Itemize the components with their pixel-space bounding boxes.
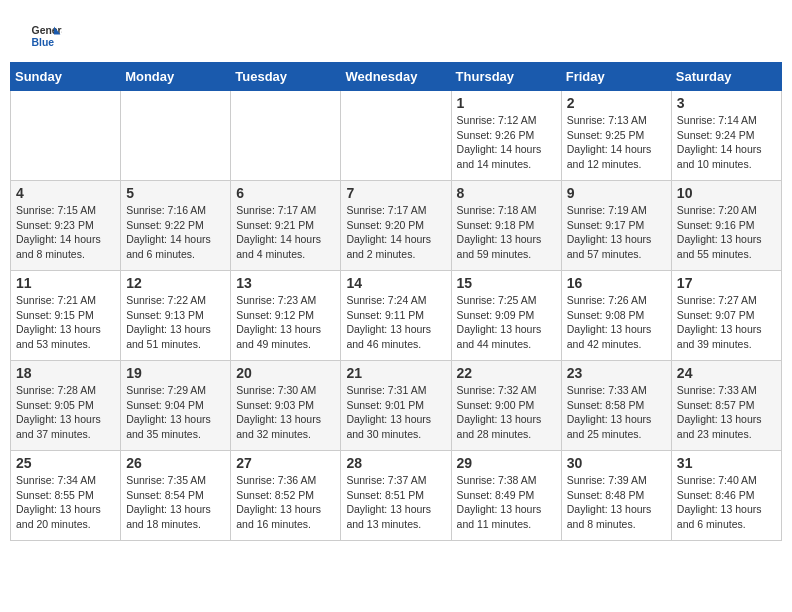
calendar-week-4: 25Sunrise: 7:34 AM Sunset: 8:55 PM Dayli… bbox=[11, 451, 782, 541]
day-number: 8 bbox=[457, 185, 556, 201]
calendar: SundayMondayTuesdayWednesdayThursdayFrid… bbox=[10, 62, 782, 541]
calendar-day-5: 5Sunrise: 7:16 AM Sunset: 9:22 PM Daylig… bbox=[121, 181, 231, 271]
day-info: Sunrise: 7:15 AM Sunset: 9:23 PM Dayligh… bbox=[16, 203, 115, 262]
calendar-day-17: 17Sunrise: 7:27 AM Sunset: 9:07 PM Dayli… bbox=[671, 271, 781, 361]
day-number: 1 bbox=[457, 95, 556, 111]
day-number: 12 bbox=[126, 275, 225, 291]
calendar-empty bbox=[341, 91, 451, 181]
calendar-day-13: 13Sunrise: 7:23 AM Sunset: 9:12 PM Dayli… bbox=[231, 271, 341, 361]
day-number: 9 bbox=[567, 185, 666, 201]
day-info: Sunrise: 7:22 AM Sunset: 9:13 PM Dayligh… bbox=[126, 293, 225, 352]
calendar-day-2: 2Sunrise: 7:13 AM Sunset: 9:25 PM Daylig… bbox=[561, 91, 671, 181]
day-number: 28 bbox=[346, 455, 445, 471]
day-number: 20 bbox=[236, 365, 335, 381]
calendar-day-22: 22Sunrise: 7:32 AM Sunset: 9:00 PM Dayli… bbox=[451, 361, 561, 451]
day-number: 16 bbox=[567, 275, 666, 291]
day-info: Sunrise: 7:23 AM Sunset: 9:12 PM Dayligh… bbox=[236, 293, 335, 352]
header-friday: Friday bbox=[561, 63, 671, 91]
calendar-day-12: 12Sunrise: 7:22 AM Sunset: 9:13 PM Dayli… bbox=[121, 271, 231, 361]
calendar-day-20: 20Sunrise: 7:30 AM Sunset: 9:03 PM Dayli… bbox=[231, 361, 341, 451]
day-info: Sunrise: 7:19 AM Sunset: 9:17 PM Dayligh… bbox=[567, 203, 666, 262]
calendar-week-2: 11Sunrise: 7:21 AM Sunset: 9:15 PM Dayli… bbox=[11, 271, 782, 361]
day-number: 7 bbox=[346, 185, 445, 201]
day-info: Sunrise: 7:24 AM Sunset: 9:11 PM Dayligh… bbox=[346, 293, 445, 352]
calendar-day-6: 6Sunrise: 7:17 AM Sunset: 9:21 PM Daylig… bbox=[231, 181, 341, 271]
day-number: 21 bbox=[346, 365, 445, 381]
day-info: Sunrise: 7:39 AM Sunset: 8:48 PM Dayligh… bbox=[567, 473, 666, 532]
day-number: 27 bbox=[236, 455, 335, 471]
day-number: 10 bbox=[677, 185, 776, 201]
day-info: Sunrise: 7:36 AM Sunset: 8:52 PM Dayligh… bbox=[236, 473, 335, 532]
page-header: General Blue bbox=[0, 0, 792, 62]
day-number: 26 bbox=[126, 455, 225, 471]
day-info: Sunrise: 7:30 AM Sunset: 9:03 PM Dayligh… bbox=[236, 383, 335, 442]
day-info: Sunrise: 7:25 AM Sunset: 9:09 PM Dayligh… bbox=[457, 293, 556, 352]
calendar-empty bbox=[11, 91, 121, 181]
day-number: 11 bbox=[16, 275, 115, 291]
day-number: 2 bbox=[567, 95, 666, 111]
calendar-week-3: 18Sunrise: 7:28 AM Sunset: 9:05 PM Dayli… bbox=[11, 361, 782, 451]
day-number: 19 bbox=[126, 365, 225, 381]
calendar-empty bbox=[121, 91, 231, 181]
day-number: 25 bbox=[16, 455, 115, 471]
calendar-day-10: 10Sunrise: 7:20 AM Sunset: 9:16 PM Dayli… bbox=[671, 181, 781, 271]
calendar-day-8: 8Sunrise: 7:18 AM Sunset: 9:18 PM Daylig… bbox=[451, 181, 561, 271]
calendar-day-4: 4Sunrise: 7:15 AM Sunset: 9:23 PM Daylig… bbox=[11, 181, 121, 271]
calendar-day-27: 27Sunrise: 7:36 AM Sunset: 8:52 PM Dayli… bbox=[231, 451, 341, 541]
header-tuesday: Tuesday bbox=[231, 63, 341, 91]
day-number: 17 bbox=[677, 275, 776, 291]
svg-text:Blue: Blue bbox=[32, 37, 55, 48]
header-saturday: Saturday bbox=[671, 63, 781, 91]
day-info: Sunrise: 7:35 AM Sunset: 8:54 PM Dayligh… bbox=[126, 473, 225, 532]
day-info: Sunrise: 7:17 AM Sunset: 9:20 PM Dayligh… bbox=[346, 203, 445, 262]
day-info: Sunrise: 7:33 AM Sunset: 8:58 PM Dayligh… bbox=[567, 383, 666, 442]
calendar-day-9: 9Sunrise: 7:19 AM Sunset: 9:17 PM Daylig… bbox=[561, 181, 671, 271]
calendar-day-11: 11Sunrise: 7:21 AM Sunset: 9:15 PM Dayli… bbox=[11, 271, 121, 361]
day-number: 4 bbox=[16, 185, 115, 201]
day-info: Sunrise: 7:12 AM Sunset: 9:26 PM Dayligh… bbox=[457, 113, 556, 172]
day-number: 6 bbox=[236, 185, 335, 201]
day-number: 5 bbox=[126, 185, 225, 201]
calendar-day-18: 18Sunrise: 7:28 AM Sunset: 9:05 PM Dayli… bbox=[11, 361, 121, 451]
calendar-day-7: 7Sunrise: 7:17 AM Sunset: 9:20 PM Daylig… bbox=[341, 181, 451, 271]
calendar-day-29: 29Sunrise: 7:38 AM Sunset: 8:49 PM Dayli… bbox=[451, 451, 561, 541]
day-info: Sunrise: 7:32 AM Sunset: 9:00 PM Dayligh… bbox=[457, 383, 556, 442]
day-info: Sunrise: 7:21 AM Sunset: 9:15 PM Dayligh… bbox=[16, 293, 115, 352]
calendar-empty bbox=[231, 91, 341, 181]
day-info: Sunrise: 7:16 AM Sunset: 9:22 PM Dayligh… bbox=[126, 203, 225, 262]
day-info: Sunrise: 7:38 AM Sunset: 8:49 PM Dayligh… bbox=[457, 473, 556, 532]
day-info: Sunrise: 7:20 AM Sunset: 9:16 PM Dayligh… bbox=[677, 203, 776, 262]
day-number: 29 bbox=[457, 455, 556, 471]
calendar-day-1: 1Sunrise: 7:12 AM Sunset: 9:26 PM Daylig… bbox=[451, 91, 561, 181]
day-info: Sunrise: 7:26 AM Sunset: 9:08 PM Dayligh… bbox=[567, 293, 666, 352]
header-sunday: Sunday bbox=[11, 63, 121, 91]
calendar-day-16: 16Sunrise: 7:26 AM Sunset: 9:08 PM Dayli… bbox=[561, 271, 671, 361]
day-number: 15 bbox=[457, 275, 556, 291]
day-info: Sunrise: 7:27 AM Sunset: 9:07 PM Dayligh… bbox=[677, 293, 776, 352]
calendar-day-24: 24Sunrise: 7:33 AM Sunset: 8:57 PM Dayli… bbox=[671, 361, 781, 451]
logo-icon: General Blue bbox=[30, 20, 62, 52]
day-info: Sunrise: 7:34 AM Sunset: 8:55 PM Dayligh… bbox=[16, 473, 115, 532]
day-number: 14 bbox=[346, 275, 445, 291]
day-number: 13 bbox=[236, 275, 335, 291]
calendar-day-26: 26Sunrise: 7:35 AM Sunset: 8:54 PM Dayli… bbox=[121, 451, 231, 541]
calendar-week-0: 1Sunrise: 7:12 AM Sunset: 9:26 PM Daylig… bbox=[11, 91, 782, 181]
calendar-day-28: 28Sunrise: 7:37 AM Sunset: 8:51 PM Dayli… bbox=[341, 451, 451, 541]
calendar-day-19: 19Sunrise: 7:29 AM Sunset: 9:04 PM Dayli… bbox=[121, 361, 231, 451]
calendar-week-1: 4Sunrise: 7:15 AM Sunset: 9:23 PM Daylig… bbox=[11, 181, 782, 271]
calendar-day-23: 23Sunrise: 7:33 AM Sunset: 8:58 PM Dayli… bbox=[561, 361, 671, 451]
day-info: Sunrise: 7:17 AM Sunset: 9:21 PM Dayligh… bbox=[236, 203, 335, 262]
day-info: Sunrise: 7:29 AM Sunset: 9:04 PM Dayligh… bbox=[126, 383, 225, 442]
calendar-day-15: 15Sunrise: 7:25 AM Sunset: 9:09 PM Dayli… bbox=[451, 271, 561, 361]
calendar-day-31: 31Sunrise: 7:40 AM Sunset: 8:46 PM Dayli… bbox=[671, 451, 781, 541]
day-number: 3 bbox=[677, 95, 776, 111]
calendar-header-row: SundayMondayTuesdayWednesdayThursdayFrid… bbox=[11, 63, 782, 91]
day-number: 31 bbox=[677, 455, 776, 471]
calendar-day-21: 21Sunrise: 7:31 AM Sunset: 9:01 PM Dayli… bbox=[341, 361, 451, 451]
day-info: Sunrise: 7:18 AM Sunset: 9:18 PM Dayligh… bbox=[457, 203, 556, 262]
day-info: Sunrise: 7:40 AM Sunset: 8:46 PM Dayligh… bbox=[677, 473, 776, 532]
header-wednesday: Wednesday bbox=[341, 63, 451, 91]
day-number: 22 bbox=[457, 365, 556, 381]
header-thursday: Thursday bbox=[451, 63, 561, 91]
logo: General Blue bbox=[30, 20, 62, 52]
